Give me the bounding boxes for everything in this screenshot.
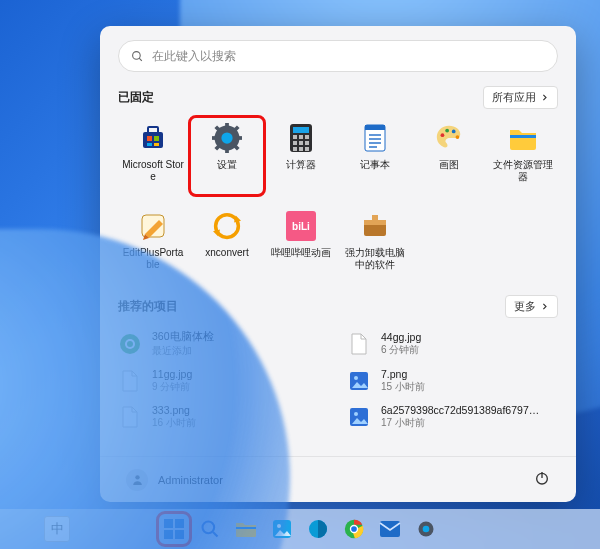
chevron-right-icon bbox=[540, 302, 549, 311]
pinned-header: 已固定 bbox=[118, 89, 154, 106]
svg-rect-19 bbox=[293, 127, 309, 133]
svg-point-72 bbox=[423, 526, 430, 533]
bilibili-icon: biLi bbox=[286, 211, 316, 241]
app-label: xnconvert bbox=[205, 247, 248, 259]
360-icon bbox=[118, 332, 142, 356]
power-button[interactable] bbox=[534, 470, 550, 490]
app-label: 画图 bbox=[439, 159, 459, 171]
uninstall-icon bbox=[360, 211, 390, 241]
svg-line-17 bbox=[216, 146, 220, 150]
pinned-header-row: 已固定 所有应用 bbox=[118, 86, 558, 109]
svg-point-53 bbox=[354, 412, 358, 416]
app-explorer[interactable]: 文件资源管理器 bbox=[488, 119, 558, 193]
svg-rect-63 bbox=[236, 527, 256, 529]
rec-title: 360电脑体检 bbox=[152, 330, 214, 344]
svg-rect-26 bbox=[293, 147, 297, 151]
app-xnconvert[interactable]: xnconvert bbox=[192, 207, 262, 281]
user-account-button[interactable]: Administrator bbox=[126, 469, 223, 491]
svg-rect-28 bbox=[305, 147, 309, 151]
svg-line-1 bbox=[139, 58, 142, 61]
img-icon bbox=[347, 405, 371, 429]
start-icon[interactable] bbox=[161, 516, 187, 542]
app-label: 设置 bbox=[217, 159, 237, 171]
rec-title: 333.png bbox=[152, 404, 196, 416]
svg-point-61 bbox=[203, 522, 215, 534]
mail-task-icon[interactable] bbox=[377, 516, 403, 542]
settings-task-icon[interactable] bbox=[413, 516, 439, 542]
settings-icon bbox=[212, 123, 242, 153]
svg-line-16 bbox=[235, 127, 239, 131]
rec-sub: 9 分钟前 bbox=[152, 380, 192, 394]
user-name: Administrator bbox=[158, 474, 223, 486]
svg-point-0 bbox=[133, 51, 141, 59]
app-bilibili[interactable]: biLi 哔哩哔哩动画 bbox=[266, 207, 336, 281]
svg-rect-5 bbox=[154, 136, 159, 141]
app-settings[interactable]: 设置 bbox=[192, 119, 262, 193]
recommended-item[interactable]: 7.png15 小时前 bbox=[347, 368, 558, 394]
app-uninstall[interactable]: 强力卸载电脑中的软件 bbox=[340, 207, 410, 281]
svg-rect-3 bbox=[148, 127, 158, 133]
file-icon bbox=[118, 369, 142, 393]
browser-task-icon[interactable] bbox=[305, 516, 331, 542]
rec-sub: 17 小时前 bbox=[381, 416, 541, 430]
app-calculator[interactable]: 计算器 bbox=[266, 119, 336, 193]
paint-icon bbox=[434, 123, 464, 153]
search-input[interactable]: 在此键入以搜索 bbox=[118, 40, 558, 72]
app-paint[interactable]: 画图 bbox=[414, 119, 484, 193]
rec-title: 11gg.jpg bbox=[152, 368, 192, 380]
recommended-item[interactable]: 44gg.jpg6 分钟前 bbox=[347, 330, 558, 358]
ime-indicator[interactable]: 中 bbox=[44, 516, 70, 542]
app-label: 记事本 bbox=[360, 159, 390, 171]
svg-point-47 bbox=[120, 334, 140, 354]
all-apps-label: 所有应用 bbox=[492, 90, 536, 105]
start-menu-panel: 在此键入以搜索 已固定 所有应用 Microsoft Store 设置 计算器 bbox=[100, 26, 576, 502]
rec-sub: 16 小时前 bbox=[152, 416, 196, 430]
rec-title: 44gg.jpg bbox=[381, 331, 421, 343]
app-label: 文件资源管理器 bbox=[490, 159, 556, 182]
taskbar: 中 bbox=[0, 509, 600, 549]
svg-point-51 bbox=[354, 376, 358, 380]
search-task-icon[interactable] bbox=[197, 516, 223, 542]
all-apps-button[interactable]: 所有应用 bbox=[483, 86, 558, 109]
svg-rect-22 bbox=[305, 135, 309, 139]
svg-rect-2 bbox=[143, 132, 163, 148]
svg-line-14 bbox=[216, 127, 220, 131]
search-placeholder: 在此键入以搜索 bbox=[152, 48, 236, 65]
svg-rect-23 bbox=[293, 141, 297, 145]
app-microsoft-store[interactable]: Microsoft Store bbox=[118, 119, 188, 193]
xnconvert-icon bbox=[212, 211, 242, 241]
recommended-item[interactable]: 11gg.jpg9 分钟前 bbox=[118, 368, 329, 394]
svg-rect-6 bbox=[147, 143, 152, 146]
rec-sub: 6 分钟前 bbox=[381, 343, 421, 357]
recommended-item[interactable]: 360电脑体检最近添加 bbox=[118, 330, 329, 358]
app-label: EditPlusPortable bbox=[120, 247, 186, 270]
svg-rect-21 bbox=[299, 135, 303, 139]
photos-task-icon[interactable] bbox=[269, 516, 295, 542]
app-notepad[interactable]: 记事本 bbox=[340, 119, 410, 193]
app-label: Microsoft Store bbox=[120, 159, 186, 182]
svg-rect-25 bbox=[305, 141, 309, 145]
avatar-icon bbox=[126, 469, 148, 491]
svg-rect-27 bbox=[299, 147, 303, 151]
recommended-item[interactable]: 333.png16 小时前 bbox=[118, 404, 329, 430]
svg-point-38 bbox=[456, 135, 460, 139]
rec-title: 7.png bbox=[381, 368, 425, 380]
explorer-icon bbox=[508, 123, 538, 153]
img-icon bbox=[347, 369, 371, 393]
chrome-task-icon[interactable] bbox=[341, 516, 367, 542]
explorer-task-icon[interactable] bbox=[233, 516, 259, 542]
app-label: 强力卸载电脑中的软件 bbox=[342, 247, 408, 270]
svg-point-36 bbox=[445, 129, 449, 133]
recommended-header: 推荐的项目 bbox=[118, 298, 178, 315]
rec-sub: 最近添加 bbox=[152, 344, 214, 358]
svg-point-41 bbox=[216, 215, 239, 238]
chevron-right-icon bbox=[540, 93, 549, 102]
svg-rect-24 bbox=[299, 141, 303, 145]
svg-point-49 bbox=[127, 341, 133, 347]
recommended-item[interactable]: 6a2579398cc72d591389af679703f3…17 小时前 bbox=[347, 404, 558, 430]
app-editplus[interactable]: EditPlusPortable bbox=[118, 207, 188, 281]
more-button[interactable]: 更多 bbox=[505, 295, 558, 318]
more-label: 更多 bbox=[514, 299, 536, 314]
svg-rect-20 bbox=[293, 135, 297, 139]
pinned-grid: Microsoft Store 设置 计算器 记事本 画图 bbox=[118, 119, 558, 281]
